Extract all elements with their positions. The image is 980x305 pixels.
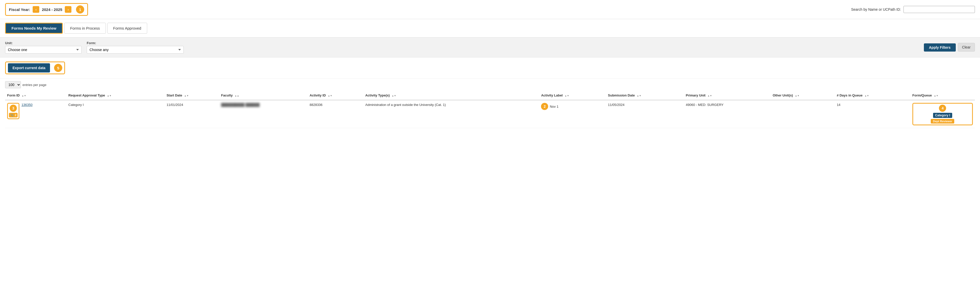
sort-form-id-icon[interactable]: ▲▼: [22, 94, 26, 97]
cell-form-id: 3 📎 2 136350: [5, 100, 66, 128]
unit-filter-group: Unit: Choose one: [5, 41, 82, 54]
fiscal-year-text: 2024 - 2025: [42, 7, 62, 12]
form-id-cell: 3 📎 2 136350: [7, 103, 64, 119]
search-section: Search by Name or UCPath ID:: [851, 6, 975, 13]
th-other-units: Other Unit(s) ▲▼: [771, 91, 835, 100]
th-activity-id: Activity ID ▲▼: [308, 91, 363, 100]
cell-other-units: [771, 100, 835, 128]
cell-activity-label: 2 Nov 1: [539, 100, 606, 128]
table-row: 3 📎 2 136350 Category I 11/01/2024 █████…: [5, 100, 975, 128]
attachment-badge: 📎 2: [9, 113, 18, 117]
th-days-in-queue: # Days in Queue ▲▼: [835, 91, 910, 100]
cell-start-date: 11/01/2024: [164, 100, 219, 128]
th-request-approval-type: Request Approval Type ▲▼: [66, 91, 164, 100]
clear-filters-button[interactable]: Clear: [958, 43, 975, 51]
entries-per-page-select[interactable]: 100 25 50: [5, 81, 21, 88]
table-wrapper: Form ID ▲▼ Request Approval Type ▲▼ Star…: [0, 91, 980, 136]
form-filter-group: Form: Choose any: [87, 41, 184, 54]
export-section: Export current data 5: [0, 57, 980, 78]
table-controls: 100 25 50 entries per page: [0, 78, 980, 91]
paperclip-icon: 📎: [10, 113, 14, 117]
fiscal-next-button[interactable]: ›: [65, 6, 72, 13]
sort-submission-date-icon[interactable]: ▲▼: [637, 94, 641, 97]
cell-activity-types: Administration of a grant outside the Un…: [363, 100, 539, 128]
badge-2: 2: [541, 103, 548, 110]
sort-activity-types-icon[interactable]: ▲▼: [391, 94, 396, 97]
th-activity-label: Activity Label ▲▼: [539, 91, 606, 100]
sort-primary-unit-icon[interactable]: ▲▼: [708, 94, 712, 97]
badge-3: 3: [10, 105, 17, 112]
tab-forms-needs-review[interactable]: Forms Needs My Review: [5, 23, 63, 34]
fiscal-year-section: Fiscal Year: ‹ 2024 - 2025 › 1: [5, 3, 88, 16]
form-queue-cell: 4 Category I Dept Reviewer: [912, 103, 973, 125]
sort-activity-id-icon[interactable]: ▲▼: [328, 94, 332, 97]
filter-bar: Unit: Choose one Form: Choose any Apply …: [0, 38, 980, 57]
tab-forms-in-process[interactable]: Forms in Process: [64, 23, 106, 34]
unit-label: Unit:: [5, 41, 82, 45]
fiscal-label: Fiscal Year:: [9, 7, 30, 12]
sort-activity-label-icon[interactable]: ▲▼: [565, 94, 570, 97]
filter-actions: Apply Filters Clear: [924, 43, 975, 52]
tabs-section: Forms Needs My Review Forms in Process F…: [0, 19, 980, 38]
badge-5: 5: [54, 64, 62, 72]
th-form-id: Form ID ▲▼: [5, 91, 66, 100]
main-table: Form ID ▲▼ Request Approval Type ▲▼ Star…: [5, 91, 975, 128]
form-id-badge-wrapper: 3 📎 2: [7, 103, 19, 119]
unit-select[interactable]: Choose one: [5, 46, 82, 54]
activity-label-cell: 2 Nov 1: [541, 103, 604, 110]
entries-per-page-label: entries per page: [22, 83, 46, 87]
sort-other-units-icon[interactable]: ▲▼: [795, 94, 799, 97]
sort-days-in-queue-icon[interactable]: ▲▼: [864, 94, 869, 97]
cell-faculty: ██████████ ██████: [219, 100, 308, 128]
export-button[interactable]: Export current data: [8, 63, 50, 72]
tab-forms-approved[interactable]: Forms Approved: [107, 23, 147, 34]
export-btn-wrapper: Export current data 5: [5, 62, 65, 74]
th-start-date: Start Date ▲▼: [164, 91, 219, 100]
dept-reviewer-badge: Dept Reviewer: [931, 119, 954, 123]
th-activity-types: Activity Type(s) ▲▼: [363, 91, 539, 100]
cell-submission-date: 11/05/2024: [606, 100, 684, 128]
cell-days-in-queue: 14: [835, 100, 910, 128]
cell-request-approval-type: Category I: [66, 100, 164, 128]
search-input[interactable]: [904, 6, 975, 13]
table-header-row: Form ID ▲▼ Request Approval Type ▲▼ Star…: [5, 91, 975, 100]
category-badge: Category I: [933, 113, 952, 118]
th-form-queue: Form/Queue ▲▼: [910, 91, 975, 100]
search-label: Search by Name or UCPath ID:: [851, 7, 901, 11]
badge-1: 1: [76, 5, 84, 14]
cell-form-queue: 4 Category I Dept Reviewer: [910, 100, 975, 128]
sort-form-queue-icon[interactable]: ▲▼: [934, 94, 939, 97]
top-bar: Fiscal Year: ‹ 2024 - 2025 › 1 Search by…: [0, 0, 980, 19]
sort-start-date-icon[interactable]: ▲▼: [184, 94, 189, 97]
badge-4: 4: [939, 105, 946, 112]
cell-primary-unit: 49060 - MED: SURGERY: [684, 100, 771, 128]
apply-filters-button[interactable]: Apply Filters: [924, 43, 956, 51]
cell-activity-id: 8828336: [308, 100, 363, 128]
th-submission-date: Submission Date ▲▼: [606, 91, 684, 100]
sort-faculty-icon[interactable]: ▲▲: [235, 94, 239, 97]
th-primary-unit: Primary Unit ▲▼: [684, 91, 771, 100]
form-label: Form:: [87, 41, 184, 45]
form-select[interactable]: Choose any: [87, 46, 184, 54]
fiscal-prev-button[interactable]: ‹: [33, 6, 39, 13]
faculty-blurred: ██████████ ██████: [221, 103, 260, 107]
sort-request-type-icon[interactable]: ▲▼: [107, 94, 111, 97]
th-faculty: Faculty ▲▲: [219, 91, 308, 100]
